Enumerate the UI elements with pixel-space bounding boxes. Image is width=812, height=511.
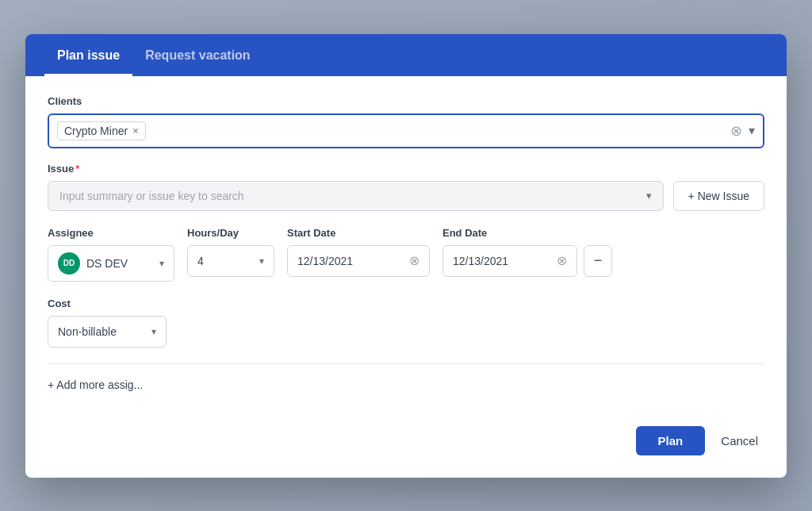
- cost-value: Non-billable: [58, 325, 117, 338]
- hours-group: Hours/Day 4 ▾: [187, 227, 274, 277]
- assignee-group: Assignee DD DS DEV ▾: [48, 227, 174, 282]
- avatar: DD: [58, 252, 80, 275]
- new-issue-button[interactable]: + New Issue: [673, 181, 764, 211]
- modal-body: Clients Crypto Miner × ⊗ ▾ Issue* Input …: [25, 76, 787, 413]
- end-date-row: 12/13/2021 ⊗ −: [442, 245, 612, 277]
- issue-row: Input summary or issue key to search ▾ +…: [48, 181, 764, 211]
- clients-icons: ⊗ ▾: [730, 122, 755, 140]
- assignee-chevron-icon: ▾: [159, 258, 164, 269]
- hours-value: 4: [197, 255, 204, 267]
- cancel-button[interactable]: Cancel: [714, 426, 764, 455]
- divider: [48, 363, 764, 364]
- end-date-input[interactable]: 12/13/2021 ⊗: [442, 245, 577, 277]
- end-date-clear-icon[interactable]: ⊗: [557, 253, 567, 268]
- issue-select[interactable]: Input summary or issue key to search ▾: [48, 181, 664, 211]
- start-date-label: Start Date: [287, 227, 430, 239]
- clients-clear-icon[interactable]: ⊗: [730, 122, 742, 140]
- clients-chevron-icon[interactable]: ▾: [749, 123, 755, 138]
- cost-label: Cost: [48, 298, 764, 309]
- hours-label: Hours/Day: [187, 227, 274, 239]
- cost-chevron-icon: ▾: [151, 326, 156, 337]
- end-date-group: End Date 12/13/2021 ⊗ −: [442, 227, 612, 277]
- plan-button[interactable]: Plan: [636, 426, 706, 455]
- modal-footer: Plan Cancel: [25, 413, 787, 478]
- start-date-value: 12/13/2021: [297, 255, 353, 267]
- issue-label: Issue*: [48, 163, 764, 175]
- plan-issue-modal: Plan issue Request vacation Clients Cryp…: [25, 34, 787, 478]
- end-date-value: 12/13/2021: [453, 255, 508, 267]
- clients-input[interactable]: Crypto Miner × ⊗ ▾: [48, 113, 764, 148]
- issue-placeholder: Input summary or issue key to search: [59, 190, 244, 202]
- start-date-clear-icon[interactable]: ⊗: [409, 253, 419, 268]
- modal-header: Plan issue Request vacation: [25, 34, 787, 76]
- assignee-select[interactable]: DD DS DEV ▾: [48, 245, 174, 282]
- client-tag-close-icon[interactable]: ×: [132, 125, 139, 136]
- required-marker: *: [75, 163, 79, 175]
- cost-select[interactable]: Non-billable ▾: [48, 316, 167, 348]
- client-tag-text: Crypto Miner: [64, 125, 128, 137]
- tab-plan-issue[interactable]: Plan issue: [44, 48, 132, 76]
- add-more-button[interactable]: + Add more assig...: [48, 378, 143, 391]
- hours-select[interactable]: 4 ▾: [187, 245, 274, 277]
- assignee-label: Assignee: [48, 227, 174, 239]
- issue-chevron-icon: ▾: [646, 190, 652, 202]
- assignee-section: Assignee DD DS DEV ▾ Hours/Day 4 ▾: [48, 227, 764, 282]
- start-date-group: Start Date 12/13/2021 ⊗: [287, 227, 430, 277]
- client-tag[interactable]: Crypto Miner ×: [57, 121, 146, 140]
- end-date-label: End Date: [442, 227, 612, 239]
- clients-label: Clients: [48, 95, 764, 107]
- assignee-value: DS DEV: [86, 257, 128, 270]
- start-date-input[interactable]: 12/13/2021 ⊗: [287, 245, 430, 277]
- remove-row-button[interactable]: −: [584, 245, 612, 277]
- cost-section: Cost Non-billable ▾: [48, 298, 764, 348]
- hours-chevron-icon: ▾: [259, 256, 264, 267]
- tab-request-vacation[interactable]: Request vacation: [132, 48, 262, 76]
